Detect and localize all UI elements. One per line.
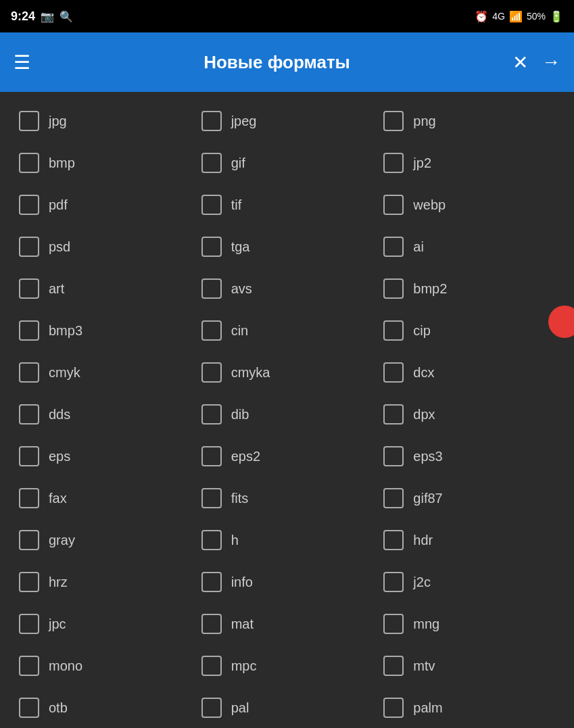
format-checkbox-gif87[interactable] — [383, 488, 404, 508]
network-label: 4G — [492, 11, 505, 22]
format-item: fits — [196, 477, 379, 519]
format-item: eps2 — [196, 435, 379, 477]
format-label-jpg: jpg — [49, 114, 67, 129]
format-item: hrz — [14, 561, 196, 603]
forward-icon[interactable]: → — [542, 51, 560, 73]
format-checkbox-webp[interactable] — [383, 195, 404, 215]
format-checkbox-dds[interactable] — [19, 404, 39, 424]
format-checkbox-jpeg[interactable] — [201, 111, 222, 131]
format-label-eps: eps — [49, 449, 70, 464]
format-checkbox-bmp2[interactable] — [383, 278, 404, 299]
format-item: eps — [14, 435, 196, 477]
format-checkbox-psd[interactable] — [19, 237, 39, 257]
format-item: mat — [196, 603, 379, 645]
format-label-fits: fits — [231, 491, 249, 506]
format-checkbox-jpc[interactable] — [19, 614, 39, 634]
format-checkbox-palm[interactable] — [383, 698, 404, 718]
format-item: hdr — [378, 519, 560, 561]
format-checkbox-png[interactable] — [383, 111, 404, 131]
format-label-mpc: mpc — [231, 658, 257, 674]
format-label-pdf: pdf — [49, 197, 68, 213]
format-item: tif — [196, 184, 379, 226]
format-item: j2c — [378, 561, 560, 603]
format-item: otb — [14, 687, 196, 728]
format-checkbox-hrz[interactable] — [19, 572, 39, 592]
phone-frame: 9:24 📷 🔍 ⏰ 4G 📶 50% 🔋 ☰ Новые форматы ✕ … — [0, 0, 574, 728]
format-checkbox-jp2[interactable] — [383, 153, 404, 173]
search-status-icon: 🔍 — [59, 10, 73, 23]
format-checkbox-j2c[interactable] — [383, 572, 404, 592]
format-checkbox-mpc[interactable] — [201, 656, 222, 676]
content-area: jpgjpegpngbmpgifjp2pdftifwebppsdtgaaiart… — [0, 92, 574, 728]
format-checkbox-eps2[interactable] — [201, 446, 222, 466]
format-label-tif: tif — [231, 197, 242, 213]
format-checkbox-fits[interactable] — [201, 488, 222, 508]
format-checkbox-art[interactable] — [19, 278, 39, 299]
format-label-eps3: eps3 — [413, 449, 442, 464]
format-checkbox-mat[interactable] — [201, 614, 222, 634]
format-label-cmyka: cmyka — [231, 365, 270, 381]
format-checkbox-gray[interactable] — [19, 530, 39, 550]
format-checkbox-cmyk[interactable] — [19, 362, 39, 383]
menu-icon[interactable]: ☰ — [14, 51, 30, 74]
format-checkbox-avs[interactable] — [201, 278, 222, 299]
format-grid: jpgjpegpngbmpgifjp2pdftifwebppsdtgaaiart… — [14, 100, 560, 728]
format-item: mono — [14, 645, 196, 687]
format-checkbox-eps[interactable] — [19, 446, 39, 466]
format-label-otb: otb — [49, 700, 68, 716]
format-checkbox-h[interactable] — [201, 530, 222, 550]
format-checkbox-eps3[interactable] — [383, 446, 404, 466]
format-checkbox-pal[interactable] — [201, 698, 222, 718]
signal-icon: 📶 — [509, 10, 523, 23]
format-checkbox-tga[interactable] — [201, 237, 222, 257]
format-item: jpeg — [196, 100, 379, 142]
format-checkbox-cin[interactable] — [201, 320, 222, 341]
format-label-fax: fax — [49, 491, 67, 506]
format-checkbox-dib[interactable] — [201, 404, 222, 424]
format-item: avs — [196, 268, 379, 310]
format-label-mtv: mtv — [413, 658, 435, 674]
format-checkbox-pdf[interactable] — [19, 195, 39, 215]
status-right: ⏰ 4G 📶 50% 🔋 — [475, 10, 563, 23]
format-checkbox-cip[interactable] — [383, 320, 404, 341]
format-checkbox-cmyka[interactable] — [201, 362, 222, 383]
format-item: dpx — [378, 393, 560, 435]
battery-label: 50% — [527, 11, 546, 22]
format-item: mng — [378, 603, 560, 645]
page-title: Новые форматы — [41, 52, 512, 73]
format-checkbox-otb[interactable] — [19, 698, 39, 718]
format-item: dds — [14, 393, 196, 435]
format-item: cmyk — [14, 351, 196, 393]
format-item: dcx — [378, 351, 560, 393]
format-label-bmp: bmp — [49, 155, 75, 171]
format-checkbox-hdr[interactable] — [383, 530, 404, 550]
format-label-jpeg: jpeg — [231, 114, 257, 129]
format-label-bmp2: bmp2 — [413, 281, 447, 297]
format-label-dpx: dpx — [413, 407, 435, 422]
close-icon[interactable]: ✕ — [512, 51, 528, 74]
format-item: jpc — [14, 603, 196, 645]
format-checkbox-info[interactable] — [201, 572, 222, 592]
format-label-palm: palm — [413, 700, 442, 716]
format-item: bmp2 — [378, 268, 560, 310]
format-item: pdf — [14, 184, 196, 226]
format-item: mtv — [378, 645, 560, 687]
format-item: png — [378, 100, 560, 142]
format-item: gif87 — [378, 477, 560, 519]
format-item: jpg — [14, 100, 196, 142]
format-checkbox-bmp[interactable] — [19, 153, 39, 173]
format-checkbox-mono[interactable] — [19, 656, 39, 676]
format-checkbox-gif[interactable] — [201, 153, 222, 173]
format-item: bmp — [14, 142, 196, 184]
format-checkbox-dcx[interactable] — [383, 362, 404, 383]
format-checkbox-tif[interactable] — [201, 195, 222, 215]
format-checkbox-ai[interactable] — [383, 237, 404, 257]
format-label-gif87: gif87 — [413, 491, 442, 506]
format-checkbox-fax[interactable] — [19, 488, 39, 508]
format-item: cmyka — [196, 351, 379, 393]
format-checkbox-dpx[interactable] — [383, 404, 404, 424]
format-checkbox-mng[interactable] — [383, 614, 404, 634]
format-checkbox-bmp3[interactable] — [19, 320, 39, 341]
format-checkbox-mtv[interactable] — [383, 656, 404, 676]
format-checkbox-jpg[interactable] — [19, 111, 39, 131]
